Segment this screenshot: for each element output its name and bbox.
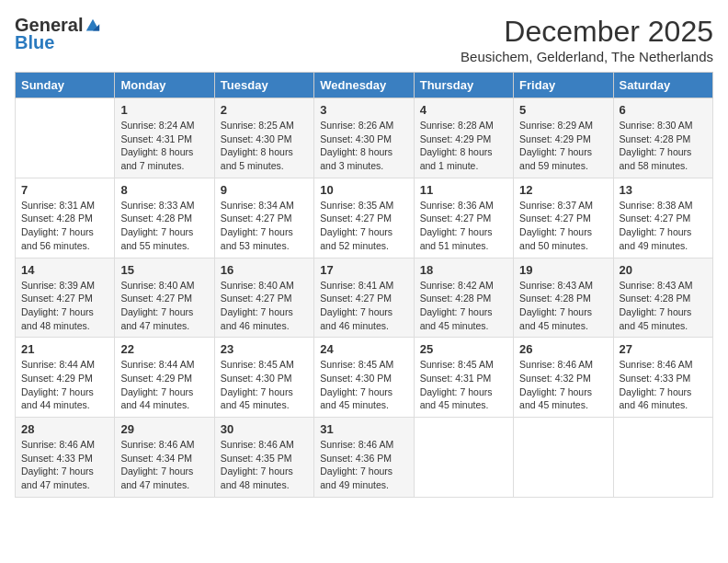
sunset-text: Sunset: 4:30 PM xyxy=(221,373,292,384)
daylight-text: Daylight: 7 hours and 59 minutes. xyxy=(519,146,592,171)
cell-detail: Sunrise: 8:45 AM Sunset: 4:30 PM Dayligh… xyxy=(221,358,308,412)
day-number: 27 xyxy=(620,342,707,356)
sunrise-text: Sunrise: 8:46 AM xyxy=(21,439,95,450)
calendar-cell: 21 Sunrise: 8:44 AM Sunset: 4:29 PM Dayl… xyxy=(16,338,115,418)
daylight-text: Daylight: 7 hours and 45 minutes. xyxy=(620,306,692,331)
daylight-text: Daylight: 8 hours and 1 minute. xyxy=(420,146,493,171)
sunrise-text: Sunrise: 8:41 AM xyxy=(320,280,393,291)
calendar-week-row: 28 Sunrise: 8:46 AM Sunset: 4:33 PM Dayl… xyxy=(16,418,713,498)
calendar-week-row: 21 Sunrise: 8:44 AM Sunset: 4:29 PM Dayl… xyxy=(16,338,713,418)
sunset-text: Sunset: 4:28 PM xyxy=(620,293,691,304)
cell-detail: Sunrise: 8:30 AM Sunset: 4:28 PM Dayligh… xyxy=(620,119,707,173)
sunset-text: Sunset: 4:29 PM xyxy=(420,133,492,144)
calendar-cell: 14 Sunrise: 8:39 AM Sunset: 4:27 PM Dayl… xyxy=(16,258,115,338)
calendar-cell: 12 Sunrise: 8:37 AM Sunset: 4:27 PM Dayl… xyxy=(514,178,613,258)
sunrise-text: Sunrise: 8:40 AM xyxy=(120,280,194,291)
sunrise-text: Sunrise: 8:46 AM xyxy=(221,439,294,450)
cell-detail: Sunrise: 8:26 AM Sunset: 4:30 PM Dayligh… xyxy=(320,119,407,173)
sunset-text: Sunset: 4:28 PM xyxy=(21,213,93,224)
sunrise-text: Sunrise: 8:46 AM xyxy=(120,439,194,450)
sunrise-text: Sunrise: 8:40 AM xyxy=(221,280,294,291)
calendar-cell: 4 Sunrise: 8:28 AM Sunset: 4:29 PM Dayli… xyxy=(414,98,513,178)
cell-detail: Sunrise: 8:43 AM Sunset: 4:28 PM Dayligh… xyxy=(519,279,607,333)
day-number: 2 xyxy=(221,103,308,117)
sunset-text: Sunset: 4:28 PM xyxy=(519,293,591,304)
daylight-text: Daylight: 7 hours and 45 minutes. xyxy=(420,386,493,411)
sunrise-text: Sunrise: 8:45 AM xyxy=(420,359,494,370)
sunset-text: Sunset: 4:32 PM xyxy=(519,373,591,384)
calendar-cell: 25 Sunrise: 8:45 AM Sunset: 4:31 PM Dayl… xyxy=(414,338,513,418)
cell-detail: Sunrise: 8:46 AM Sunset: 4:34 PM Dayligh… xyxy=(120,438,208,492)
sunrise-text: Sunrise: 8:43 AM xyxy=(620,280,693,291)
sunrise-text: Sunrise: 8:24 AM xyxy=(120,120,194,131)
cell-detail: Sunrise: 8:39 AM Sunset: 4:27 PM Dayligh… xyxy=(21,279,108,333)
daylight-text: Daylight: 7 hours and 49 minutes. xyxy=(620,226,692,251)
sunset-text: Sunset: 4:28 PM xyxy=(620,133,691,144)
day-number: 18 xyxy=(420,263,507,277)
day-number: 3 xyxy=(320,103,407,117)
sunrise-text: Sunrise: 8:29 AM xyxy=(519,120,593,131)
day-number: 5 xyxy=(519,103,607,117)
sunrise-text: Sunrise: 8:30 AM xyxy=(620,120,693,131)
sunrise-text: Sunrise: 8:43 AM xyxy=(519,280,593,291)
sunrise-text: Sunrise: 8:36 AM xyxy=(420,200,494,211)
calendar-cell: 22 Sunrise: 8:44 AM Sunset: 4:29 PM Dayl… xyxy=(115,338,214,418)
sunset-text: Sunset: 4:33 PM xyxy=(620,373,691,384)
weekday-header-saturday: Saturday xyxy=(613,73,712,98)
calendar-cell xyxy=(414,418,513,498)
calendar-cell: 2 Sunrise: 8:25 AM Sunset: 4:30 PM Dayli… xyxy=(214,98,313,178)
sunrise-text: Sunrise: 8:39 AM xyxy=(21,280,95,291)
cell-detail: Sunrise: 8:40 AM Sunset: 4:27 PM Dayligh… xyxy=(221,279,308,333)
cell-detail: Sunrise: 8:38 AM Sunset: 4:27 PM Dayligh… xyxy=(620,199,707,253)
cell-detail: Sunrise: 8:37 AM Sunset: 4:27 PM Dayligh… xyxy=(519,199,607,253)
day-number: 13 xyxy=(620,183,707,197)
sunrise-text: Sunrise: 8:28 AM xyxy=(420,120,494,131)
cell-detail: Sunrise: 8:44 AM Sunset: 4:29 PM Dayligh… xyxy=(21,358,108,412)
day-number: 30 xyxy=(221,422,308,436)
calendar-cell xyxy=(613,418,712,498)
cell-detail: Sunrise: 8:44 AM Sunset: 4:29 PM Dayligh… xyxy=(120,358,208,412)
daylight-text: Daylight: 7 hours and 48 minutes. xyxy=(221,465,293,490)
calendar-week-row: 7 Sunrise: 8:31 AM Sunset: 4:28 PM Dayli… xyxy=(16,178,713,258)
sunset-text: Sunset: 4:27 PM xyxy=(620,213,691,224)
logo-icon xyxy=(85,17,101,34)
location-subtitle: Beusichem, Gelderland, The Netherlands xyxy=(461,49,713,64)
daylight-text: Daylight: 7 hours and 46 minutes. xyxy=(620,386,692,411)
sunset-text: Sunset: 4:29 PM xyxy=(519,133,591,144)
calendar-cell: 15 Sunrise: 8:40 AM Sunset: 4:27 PM Dayl… xyxy=(115,258,214,338)
sunset-text: Sunset: 4:29 PM xyxy=(21,373,93,384)
calendar-cell xyxy=(16,98,115,178)
sunrise-text: Sunrise: 8:35 AM xyxy=(320,200,393,211)
sunrise-text: Sunrise: 8:26 AM xyxy=(320,120,393,131)
calendar-cell: 17 Sunrise: 8:41 AM Sunset: 4:27 PM Dayl… xyxy=(314,258,414,338)
cell-detail: Sunrise: 8:46 AM Sunset: 4:33 PM Dayligh… xyxy=(21,438,108,492)
day-number: 28 xyxy=(21,422,108,436)
sunrise-text: Sunrise: 8:45 AM xyxy=(320,359,393,370)
calendar-cell: 8 Sunrise: 8:33 AM Sunset: 4:28 PM Dayli… xyxy=(115,178,214,258)
weekday-header-tuesday: Tuesday xyxy=(214,73,313,98)
cell-detail: Sunrise: 8:36 AM Sunset: 4:27 PM Dayligh… xyxy=(420,199,507,253)
calendar-cell: 29 Sunrise: 8:46 AM Sunset: 4:34 PM Dayl… xyxy=(115,418,214,498)
day-number: 7 xyxy=(21,183,108,197)
sunset-text: Sunset: 4:29 PM xyxy=(120,373,192,384)
cell-detail: Sunrise: 8:33 AM Sunset: 4:28 PM Dayligh… xyxy=(120,199,208,253)
sunset-text: Sunset: 4:30 PM xyxy=(221,133,292,144)
cell-detail: Sunrise: 8:46 AM Sunset: 4:33 PM Dayligh… xyxy=(620,358,707,412)
cell-detail: Sunrise: 8:45 AM Sunset: 4:30 PM Dayligh… xyxy=(320,358,407,412)
weekday-header-sunday: Sunday xyxy=(16,73,115,98)
day-number: 15 xyxy=(120,263,208,277)
day-number: 26 xyxy=(519,342,607,356)
page-header: General Blue December 2025 Beusichem, Ge… xyxy=(15,15,713,64)
daylight-text: Daylight: 7 hours and 50 minutes. xyxy=(519,226,592,251)
calendar-cell: 13 Sunrise: 8:38 AM Sunset: 4:27 PM Dayl… xyxy=(613,178,712,258)
sunset-text: Sunset: 4:30 PM xyxy=(320,373,392,384)
calendar-cell: 1 Sunrise: 8:24 AM Sunset: 4:31 PM Dayli… xyxy=(115,98,214,178)
daylight-text: Daylight: 7 hours and 47 minutes. xyxy=(120,306,193,331)
daylight-text: Daylight: 7 hours and 48 minutes. xyxy=(21,306,94,331)
daylight-text: Daylight: 7 hours and 55 minutes. xyxy=(120,226,193,251)
day-number: 9 xyxy=(221,183,308,197)
sunset-text: Sunset: 4:28 PM xyxy=(120,213,192,224)
day-number: 31 xyxy=(320,422,407,436)
cell-detail: Sunrise: 8:31 AM Sunset: 4:28 PM Dayligh… xyxy=(21,199,108,253)
day-number: 8 xyxy=(120,183,208,197)
